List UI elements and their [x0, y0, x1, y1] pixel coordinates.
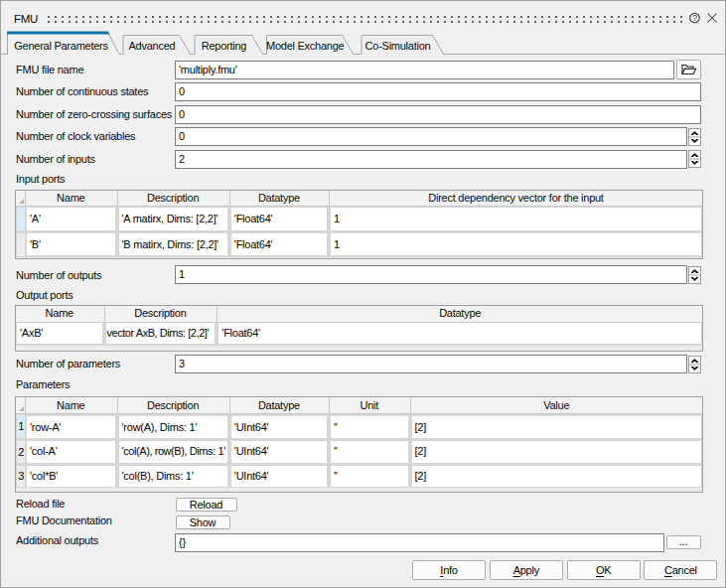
svg-text:Advanced: Advanced — [129, 40, 176, 52]
svg-text:Reporting: Reporting — [202, 40, 247, 52]
svg-text:Model Exchange: Model Exchange — [266, 40, 345, 52]
svg-text:?: ? — [692, 13, 697, 23]
svg-text:General Parameters: General Parameters — [14, 40, 108, 52]
svg-text:Co-Simulation: Co-Simulation — [365, 40, 431, 52]
